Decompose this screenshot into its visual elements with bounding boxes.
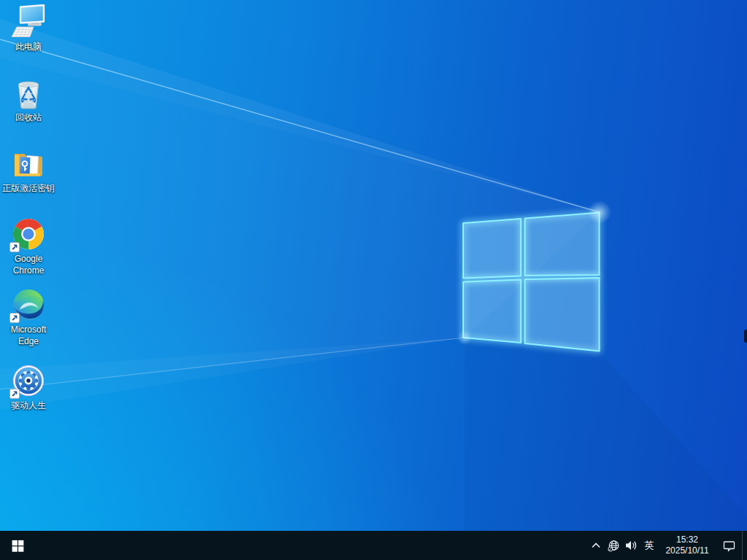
desktop-icon-this-pc[interactable]: 此电脑 <box>1 4 56 53</box>
desktop-icon-edge[interactable]: Microsoft Edge <box>1 287 56 347</box>
chevron-up-icon <box>591 541 601 550</box>
ime-language-indicator[interactable]: 英 <box>640 531 659 560</box>
desktop-icon-chrome[interactable]: Google Chrome <box>1 217 56 276</box>
taskbar: 英 15:32 2025/10/11 <box>0 531 747 560</box>
icon-label-recycle-bin: 回收站 <box>15 112 42 124</box>
wallpaper-windows-logo <box>0 0 747 560</box>
system-tray: 英 15:32 2025/10/11 <box>587 531 747 560</box>
edge-slideout-tab[interactable] <box>744 330 747 343</box>
show-desktop-button[interactable] <box>743 531 747 560</box>
clock-time: 15:32 <box>676 534 698 545</box>
icon-label-edge: Microsoft Edge <box>1 324 55 347</box>
shortcut-arrow-badge <box>9 242 20 252</box>
action-center-button[interactable] <box>716 531 742 560</box>
network-button[interactable] <box>605 531 622 560</box>
speaker-icon <box>625 540 638 551</box>
desktop[interactable]: 此电脑 <box>0 0 747 560</box>
desktop-icon-recycle-bin[interactable]: 回收站 <box>1 75 56 124</box>
folder-key-document-icon <box>11 146 46 181</box>
globe-no-internet-icon <box>608 540 620 552</box>
desktop-icon-drive-the-life[interactable]: 驱动人生 <box>1 363 56 412</box>
windows-logo <box>463 213 600 351</box>
taskbar-clock[interactable]: 15:32 2025/10/11 <box>659 531 716 560</box>
action-center-icon <box>723 540 735 552</box>
volume-button[interactable] <box>622 531 640 560</box>
clock-date: 2025/10/11 <box>665 545 708 556</box>
icon-label-activation-key: 正版激活密钥 <box>2 183 55 195</box>
show-hidden-icons-button[interactable] <box>587 531 605 560</box>
icon-label-this-pc: 此电脑 <box>15 42 42 53</box>
desktop-icon-activation-key[interactable]: 正版激活密钥 <box>1 146 56 195</box>
start-button[interactable] <box>0 531 35 560</box>
shortcut-arrow-badge <box>9 313 20 323</box>
windows-start-icon <box>12 540 24 552</box>
recycle-bin-icon <box>11 75 46 110</box>
shortcut-arrow-badge <box>9 389 20 399</box>
icon-label-drive-the-life: 驱动人生 <box>11 400 46 412</box>
computer-monitor-icon <box>11 4 46 39</box>
icon-label-chrome: Google Chrome <box>1 254 55 276</box>
